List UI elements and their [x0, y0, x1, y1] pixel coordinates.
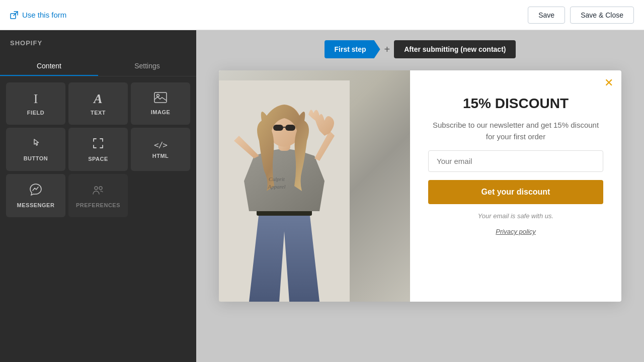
- svg-point-3: [95, 187, 98, 190]
- top-bar: Use this form Save Save & Close: [0, 0, 644, 30]
- text-icon: A: [94, 92, 102, 107]
- svg-rect-9: [273, 125, 283, 131]
- step-plus-symbol: +: [384, 44, 390, 55]
- privacy-policy-link[interactable]: Privacy policy: [496, 228, 535, 235]
- email-input[interactable]: [428, 150, 603, 172]
- svg-point-2: [157, 95, 159, 97]
- preferences-label: PREFERENCES: [76, 202, 120, 208]
- sidebar-item-image[interactable]: IMAGE: [131, 82, 190, 125]
- field-label: FIELD: [27, 110, 44, 116]
- tab-settings[interactable]: Settings: [98, 56, 196, 76]
- brand-label: SHOPIFY: [0, 30, 196, 56]
- image-icon: [154, 92, 167, 106]
- canvas-area: First step + After submitting (new conta…: [196, 30, 644, 362]
- messenger-icon: [29, 183, 42, 199]
- image-label: IMAGE: [151, 109, 171, 115]
- text-label: TEXT: [91, 110, 106, 116]
- sidebar-item-messenger[interactable]: MESSENGER: [6, 174, 65, 217]
- save-button[interactable]: Save: [528, 7, 565, 24]
- steps-bar: First step + After submitting (new conta…: [325, 40, 516, 58]
- sidebar-item-html[interactable]: </> HTML: [131, 128, 190, 171]
- field-icon: I: [34, 92, 38, 107]
- preferences-icon: [92, 183, 105, 199]
- close-button[interactable]: ✕: [604, 77, 613, 88]
- sidebar-item-button[interactable]: BUTTON: [6, 128, 65, 171]
- space-icon: [92, 137, 105, 153]
- first-step-button[interactable]: First step: [325, 40, 380, 58]
- save-close-button[interactable]: Save & Close: [570, 7, 634, 24]
- cta-button[interactable]: Get your discount: [428, 180, 603, 204]
- popup-title: 15% DISCOUNT: [463, 96, 569, 112]
- popup-image: Culprit Apparel: [219, 70, 410, 302]
- button-icon: [30, 137, 42, 152]
- messenger-label: MESSENGER: [17, 202, 55, 208]
- external-link-icon: [10, 11, 18, 19]
- html-icon: </>: [154, 140, 167, 150]
- after-submitting-button[interactable]: After submitting (new contact): [394, 40, 516, 58]
- svg-rect-1: [154, 93, 167, 103]
- svg-text:Apparel: Apparel: [267, 184, 285, 190]
- safe-text: Your email is safe with us.: [478, 212, 553, 220]
- sidebar-item-space[interactable]: SPACE: [68, 128, 128, 171]
- sidebar-item-preferences: PREFERENCES: [68, 174, 128, 217]
- sidebar: SHOPIFY Content Settings I FIELD A TEXT: [0, 30, 196, 362]
- tab-content[interactable]: Content: [0, 56, 98, 76]
- sidebar-item-field[interactable]: I FIELD: [6, 82, 65, 125]
- html-label: HTML: [152, 153, 169, 159]
- svg-text:Culprit: Culprit: [269, 176, 285, 182]
- svg-rect-10: [285, 125, 295, 131]
- sidebar-grid: I FIELD A TEXT IMAGE: [0, 76, 196, 223]
- popup-content-side: ✕ 15% DISCOUNT Subscribe to our newslett…: [410, 70, 621, 302]
- popup-modal: Culprit Apparel ✕ 15% DISCOUNT Subscribe…: [219, 70, 621, 302]
- popup-image-side: Culprit Apparel: [219, 70, 410, 302]
- svg-point-4: [99, 187, 102, 190]
- use-this-form-link[interactable]: Use this form: [22, 11, 66, 19]
- button-label: BUTTON: [24, 155, 48, 161]
- space-label: SPACE: [88, 156, 108, 162]
- person-figure: Culprit Apparel: [219, 80, 350, 302]
- sidebar-tabs: Content Settings: [0, 56, 196, 76]
- popup-subtitle: Subscribe to our newsletter and get 15% …: [428, 120, 603, 142]
- sidebar-item-text[interactable]: A TEXT: [68, 82, 128, 125]
- main-layout: SHOPIFY Content Settings I FIELD A TEXT: [0, 30, 644, 362]
- top-bar-left: Use this form: [10, 11, 66, 19]
- top-bar-right: Save Save & Close: [528, 7, 634, 24]
